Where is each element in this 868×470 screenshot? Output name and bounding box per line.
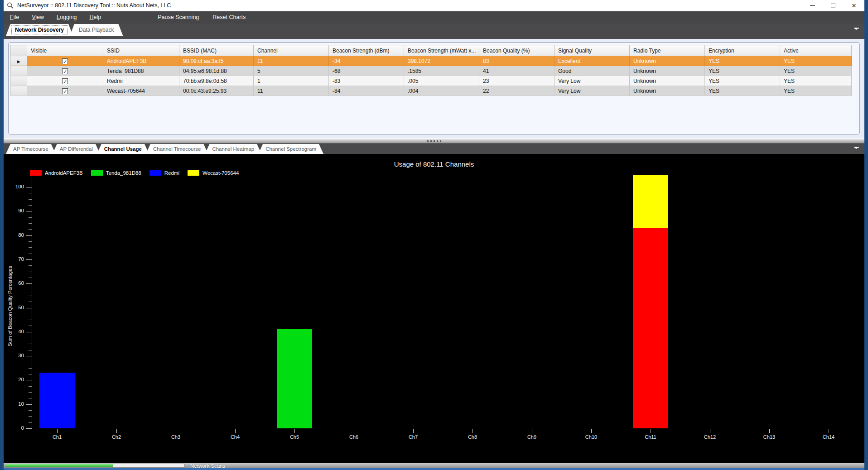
table-cell-signal[interactable]: Good: [555, 66, 630, 76]
table-cell-ssid[interactable]: AndroidAPEF3B: [103, 56, 179, 66]
table-cell-radio[interactable]: Unknown: [630, 86, 705, 96]
y-major-tick: [26, 187, 32, 187]
column-header-beacon-strength-mwatt-x-[interactable]: Beacon Strength (mWatt x...: [404, 45, 479, 56]
visible-checkbox[interactable]: ✓: [62, 58, 68, 64]
table-cell-dbm[interactable]: -68: [329, 66, 404, 76]
column-header-radio-type[interactable]: Radio Type: [630, 45, 705, 56]
menu-file[interactable]: File: [4, 11, 25, 24]
chart-tab-ap-timecourse[interactable]: AP Timecourse: [6, 144, 56, 154]
column-header-bssid-mac-[interactable]: BSSID (MAC): [179, 45, 254, 56]
table-cell-active[interactable]: YES: [780, 56, 852, 66]
table-cell-mwatt[interactable]: 398.1072: [404, 56, 479, 66]
tab-data-playback[interactable]: Data Playback: [70, 24, 123, 36]
table-cell-visible[interactable]: ✓: [27, 76, 103, 86]
table-cell-encryption[interactable]: YES: [705, 86, 780, 96]
main-tab-strip: Network DiscoveryData Playback: [4, 24, 864, 39]
table-cell-active[interactable]: YES: [780, 76, 852, 86]
minimize-button[interactable]: [802, 0, 823, 11]
table-cell-channel[interactable]: 5: [254, 66, 329, 76]
visible-checkbox[interactable]: ✓: [62, 78, 68, 84]
table-cell-visible[interactable]: ✓: [27, 56, 103, 66]
row-selector-cell[interactable]: [11, 66, 27, 76]
table-cell-quality[interactable]: 23: [479, 76, 555, 86]
table-cell-ssid[interactable]: Wecast-705644: [103, 86, 179, 96]
table-cell-mwatt[interactable]: .005: [404, 76, 479, 86]
chart-tab-list-dropdown-icon[interactable]: [854, 147, 859, 149]
y-major-tick: [26, 308, 32, 308]
chart-tab-ap-differential[interactable]: AP Differential: [53, 144, 100, 154]
row-selector-cell[interactable]: ▶: [11, 56, 27, 66]
table-cell-encryption[interactable]: YES: [705, 66, 780, 76]
table-cell-radio[interactable]: Unknown: [630, 56, 705, 66]
table-cell-dbm[interactable]: -83: [329, 76, 404, 86]
table-cell-encryption[interactable]: YES: [705, 76, 780, 86]
table-cell-active[interactable]: YES: [780, 86, 852, 96]
menu-action-reset-charts[interactable]: Reset Charts: [206, 11, 252, 24]
table-cell-radio[interactable]: Unknown: [630, 66, 705, 76]
table-cell-quality[interactable]: 83: [479, 56, 555, 66]
channel-usage-chart: Usage of 802.11 Channels AndroidAPEF3BTe…: [4, 154, 864, 463]
menu-action-pause-scanning[interactable]: Pause Scanning: [151, 11, 206, 24]
table-row[interactable]: ✓Tenda_981D8804:95:e6:98:1d:885-68.15854…: [11, 66, 852, 76]
menu-logging[interactable]: Logging: [50, 11, 83, 24]
table-cell-dbm[interactable]: -34: [329, 56, 404, 66]
column-header-beacon-quality-[interactable]: Beacon Quality (%): [479, 45, 555, 56]
visible-checkbox[interactable]: ✓: [62, 88, 68, 94]
visible-checkbox[interactable]: ✓: [62, 68, 68, 74]
table-cell-active[interactable]: YES: [780, 66, 852, 76]
table-cell-signal[interactable]: Very Low: [555, 86, 630, 96]
table-cell-bssid[interactable]: 00:0c:43:e9:25:93: [179, 86, 254, 96]
table-cell-quality[interactable]: 22: [479, 86, 555, 96]
table-row[interactable]: ✓Wecast-70564400:0c:43:e9:25:9311-84.004…: [11, 86, 852, 96]
table-cell-mwatt[interactable]: .1585: [404, 66, 479, 76]
menu-help[interactable]: Help: [83, 11, 108, 24]
x-tick: [473, 429, 473, 433]
table-cell-dbm[interactable]: -84: [329, 86, 404, 96]
column-header-ssid[interactable]: SSID: [103, 45, 179, 56]
chart-tab-channel-spectrogram[interactable]: Channel Spectrogram: [258, 144, 323, 154]
table-cell-mwatt[interactable]: .004: [404, 86, 479, 96]
y-tick-label: 50: [7, 305, 24, 310]
tab-network-discovery[interactable]: Network Discovery: [6, 24, 73, 36]
row-selector-header: [11, 45, 27, 56]
column-header-beacon-strength-dbm-[interactable]: Beacon Strength (dBm): [329, 45, 404, 56]
table-cell-signal[interactable]: Very Low: [555, 76, 630, 86]
row-selector-cell[interactable]: [11, 86, 27, 96]
menu-view[interactable]: View: [25, 11, 50, 24]
column-header-channel[interactable]: Channel: [254, 45, 329, 56]
table-cell-quality[interactable]: 41: [479, 66, 555, 76]
table-cell-visible[interactable]: ✓: [27, 86, 103, 96]
table-cell-signal[interactable]: Excellent: [555, 56, 630, 66]
close-button[interactable]: ✕: [844, 0, 864, 11]
chart-tab-channel-usage[interactable]: Channel Usage: [97, 144, 149, 154]
maximize-button[interactable]: [823, 0, 844, 11]
column-header-encryption[interactable]: Encryption: [705, 45, 780, 56]
table-row[interactable]: ▶✓AndroidAPEF3B98:09:cf:aa:3a:f511-34398…: [11, 56, 852, 66]
column-header-visible[interactable]: Visible: [27, 45, 103, 56]
table-cell-channel[interactable]: 11: [254, 56, 329, 66]
table-cell-encryption[interactable]: YES: [705, 56, 780, 66]
x-tick: [651, 429, 651, 433]
table-row[interactable]: ✓Redmi70:bb:e9:8e:0d:581-83.00523Very Lo…: [11, 76, 852, 86]
y-major-tick: [26, 259, 32, 260]
table-cell-visible[interactable]: ✓: [27, 66, 103, 76]
y-tick-label: 100: [7, 184, 24, 189]
table-cell-bssid[interactable]: 98:09:cf:aa:3a:f5: [179, 56, 254, 66]
table-cell-channel[interactable]: 11: [254, 86, 329, 96]
column-header-signal-quality[interactable]: Signal Quality: [555, 45, 630, 56]
row-selector-cell[interactable]: [11, 76, 27, 86]
table-cell-bssid[interactable]: 70:bb:e9:8e:0d:58: [179, 76, 254, 86]
tab-list-dropdown-icon[interactable]: [854, 28, 859, 30]
table-cell-bssid[interactable]: 04:95:e6:98:1d:88: [179, 66, 254, 76]
column-header-active[interactable]: Active: [780, 45, 852, 56]
chart-tab-channel-timecourse[interactable]: Channel Timecourse: [146, 144, 208, 154]
table-cell-ssid[interactable]: Redmi: [103, 76, 179, 86]
table-cell-channel[interactable]: 1: [254, 76, 329, 86]
y-minor-tick: [29, 326, 32, 326]
table-cell-radio[interactable]: Unknown: [630, 76, 705, 86]
x-tick-label: Ch8: [457, 434, 488, 440]
table-cell-ssid[interactable]: Tenda_981D88: [103, 66, 179, 76]
bar-redmi-ch1: [39, 373, 75, 428]
splitter-handle[interactable]: [4, 138, 864, 144]
chart-tab-channel-heatmap[interactable]: Channel Heatmap: [205, 144, 261, 154]
